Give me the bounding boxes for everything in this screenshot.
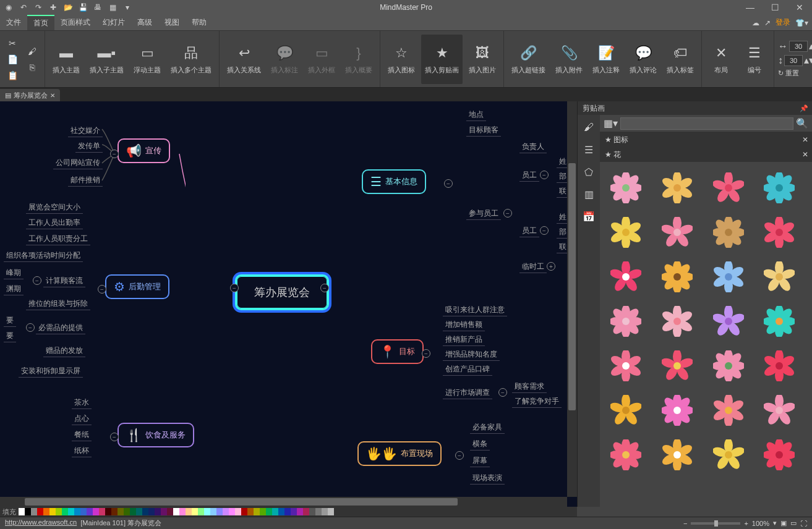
leaf[interactable]: 必需品的提供 (36, 322, 85, 334)
color-swatch[interactable] (37, 508, 43, 515)
color-swatch[interactable] (309, 508, 315, 515)
leaf[interactable]: 进行市场调查 (443, 387, 492, 399)
open-icon[interactable]: 📂 (62, 1, 74, 14)
leaf[interactable]: 目标顾客 (466, 124, 501, 137)
node-logistics[interactable]: ⚙后勤管理 (105, 274, 169, 299)
expander[interactable]: + (547, 262, 555, 271)
color-swatch[interactable] (179, 508, 186, 515)
clipart-flower[interactable] (710, 347, 747, 384)
leaf[interactable]: 增加销售额 (443, 319, 485, 331)
fit-page-icon[interactable]: ▣ (780, 519, 787, 527)
format-painter-icon[interactable]: 🖌 (24, 44, 41, 59)
color-swatch[interactable] (278, 508, 284, 515)
vertical-scrollbar[interactable] (567, 101, 577, 497)
color-swatch[interactable] (192, 508, 198, 515)
color-swatch[interactable] (111, 508, 118, 515)
leaf[interactable]: 参与员工 (466, 208, 501, 220)
color-swatch[interactable] (136, 508, 142, 515)
expander[interactable]: − (110, 150, 119, 158)
leaf[interactable]: 员工 (519, 169, 539, 182)
section-close-icon[interactable]: ✕ (802, 150, 808, 159)
expander[interactable]: − (540, 226, 549, 235)
insert-icon-button[interactable]: ☆插入图标 (384, 35, 419, 84)
color-swatch[interactable] (247, 508, 254, 515)
cut-icon[interactable]: ✂ (4, 36, 21, 51)
leaf[interactable]: 吸引来往人群注意 (443, 304, 507, 316)
height-input[interactable] (784, 55, 803, 66)
insert-picture-button[interactable]: 🖼插入图片 (465, 35, 500, 84)
leaf[interactable]: 推销新产品 (443, 334, 485, 346)
leaf[interactable]: 赠品的发放 (43, 345, 85, 357)
clipart-flower[interactable] (761, 214, 798, 251)
leaf[interactable]: 公司网站宣传 (53, 157, 103, 169)
grid-icon[interactable]: ▦▾ (604, 117, 618, 129)
color-swatch[interactable] (105, 508, 111, 515)
zoom-thumb[interactable] (714, 520, 718, 527)
redo-icon[interactable]: ↷ (32, 1, 45, 14)
home-tab-icon[interactable]: ⬠ (580, 163, 597, 180)
theme-icon[interactable]: 👕▾ (795, 19, 808, 27)
color-swatch[interactable] (303, 508, 309, 515)
insert-topic-button[interactable]: ▬插入主题 (49, 35, 83, 84)
expander[interactable]: − (455, 451, 464, 460)
color-swatch[interactable] (161, 508, 167, 515)
expander[interactable]: − (33, 276, 41, 285)
insert-clipart-button[interactable]: ★插入剪贴画 (421, 35, 463, 84)
expander[interactable]: − (503, 209, 512, 218)
color-swatch[interactable] (19, 508, 25, 515)
expander[interactable]: − (540, 171, 549, 179)
export-icon[interactable]: ▦ (106, 1, 119, 14)
clipart-search-input[interactable] (620, 117, 793, 130)
expander[interactable]: − (110, 433, 119, 441)
canvas[interactable]: 筹办展览会 − − 📢宣传 − ⚙后勤管理 − 🍴饮食及服务 − ☰基本信息 −… (0, 101, 577, 507)
color-swatch[interactable] (56, 508, 62, 515)
color-swatch[interactable] (99, 508, 105, 515)
login-link[interactable]: 登录 (776, 17, 790, 28)
color-swatch[interactable] (93, 508, 99, 515)
menu-slideshow[interactable]: 幻灯片 (96, 15, 131, 30)
insert-relation-button[interactable]: ↩插入关系线 (223, 35, 265, 84)
leaf[interactable]: 发传单 (75, 140, 103, 153)
save-icon[interactable]: 💾 (77, 1, 89, 14)
color-swatch[interactable] (198, 508, 204, 515)
share-icon[interactable]: ↗ (764, 19, 771, 27)
clipart-flower[interactable] (659, 436, 696, 473)
clipart-flower[interactable] (761, 347, 798, 384)
clipart-flower[interactable] (710, 169, 747, 206)
clipart-flower[interactable] (607, 214, 644, 251)
color-swatch[interactable] (297, 508, 303, 515)
color-swatch[interactable] (322, 508, 328, 515)
color-swatch[interactable] (80, 508, 87, 515)
clipart-flower[interactable] (761, 169, 798, 206)
node-setup[interactable]: 🖐🖐布置现场 (357, 441, 442, 466)
floating-topic-button[interactable]: ▭浮动主题 (130, 35, 165, 84)
color-swatch[interactable] (210, 508, 216, 515)
print-icon[interactable]: 🖶 (92, 1, 104, 14)
width-input[interactable] (789, 41, 808, 52)
insert-attachment-button[interactable]: 📎插入附件 (552, 35, 586, 84)
color-swatch[interactable] (62, 508, 68, 515)
leaf[interactable]: 要 (4, 315, 16, 327)
color-swatch[interactable] (31, 508, 37, 515)
menu-help[interactable]: 帮助 (186, 15, 213, 30)
leaf[interactable]: 组织各项活动时间分配 (4, 250, 83, 262)
expander[interactable]: − (98, 285, 106, 294)
color-swatch[interactable] (148, 508, 155, 515)
numbering-button[interactable]: ☰编号 (739, 35, 770, 84)
ruler-tab-icon[interactable]: ▥ (580, 185, 597, 203)
clipart-flower[interactable] (710, 392, 747, 429)
color-swatch[interactable] (49, 508, 56, 515)
expander[interactable]: − (444, 179, 453, 188)
list-tab-icon[interactable]: ☰ (580, 141, 597, 158)
insert-subtopic-button[interactable]: ▬▪插入子主题 (86, 35, 127, 84)
color-swatch[interactable] (25, 508, 31, 515)
expander-right[interactable]: − (320, 284, 329, 292)
color-swatch[interactable] (43, 508, 49, 515)
cloud-icon[interactable]: ☁ (752, 19, 759, 27)
color-swatch[interactable] (142, 508, 148, 515)
leaf[interactable]: 屏幕 (470, 455, 490, 467)
menu-page-style[interactable]: 页面样式 (54, 15, 96, 30)
document-tab[interactable]: ▤ 筹办展览会 ✕ (0, 89, 60, 101)
color-swatch[interactable] (284, 508, 291, 515)
clipart-flower[interactable] (761, 436, 798, 473)
